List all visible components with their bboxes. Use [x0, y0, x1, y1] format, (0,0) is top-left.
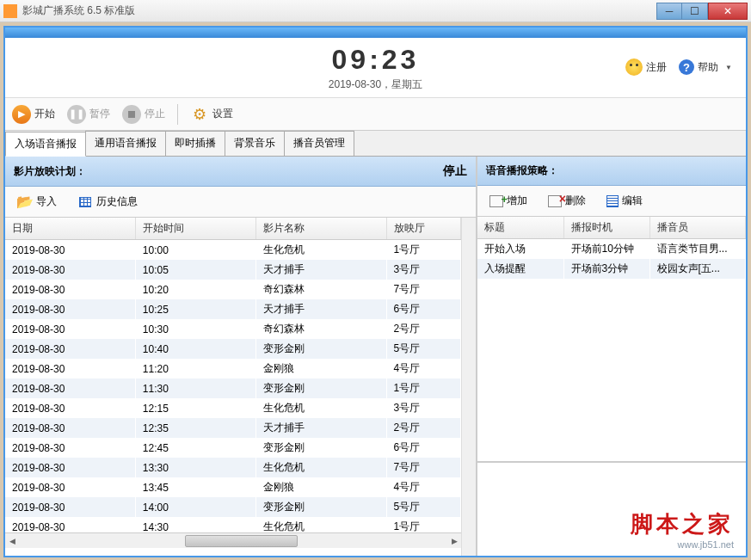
table-cell: 校园女声[五... [649, 259, 746, 279]
table-row[interactable]: 2019-08-3010:00生化危机1号厅 [5, 240, 461, 260]
table-cell: 奇幻森林 [256, 319, 386, 339]
table-cell: 1号厅 [386, 240, 460, 260]
start-button[interactable]: ▶ 开始 [12, 105, 55, 124]
history-button[interactable]: 历史信息 [72, 193, 143, 212]
table-cell: 2号厅 [386, 319, 460, 339]
import-button[interactable]: 📂 导入 [12, 193, 62, 212]
delete-label: 删除 [565, 194, 586, 208]
table-cell: 5号厅 [386, 497, 460, 517]
add-button[interactable]: 增加 [484, 192, 532, 210]
edit-icon [606, 195, 619, 207]
vertical-scrollbar-track[interactable] [461, 218, 476, 556]
column-header[interactable]: 日期 [5, 218, 135, 240]
table-row[interactable]: 2019-08-3012:15生化危机3号厅 [5, 398, 461, 418]
table-row[interactable]: 2019-08-3011:30变形金刚1号厅 [5, 378, 461, 398]
table-cell: 2019-08-30 [5, 339, 135, 359]
table-cell: 生化危机 [256, 398, 386, 418]
edit-button[interactable]: 编辑 [601, 192, 648, 210]
table-cell: 变形金刚 [256, 339, 386, 359]
table-cell: 变形金刚 [256, 378, 386, 398]
table-row[interactable]: 2019-08-3010:25天才捕手6号厅 [5, 299, 461, 319]
schedule-status: 停止 [443, 163, 467, 179]
table-row[interactable]: 入场提醒开场前3分钟校园女声[五... [477, 259, 746, 279]
table-row[interactable]: 2019-08-3011:20金刚狼4号厅 [5, 359, 461, 378]
table-row[interactable]: 2019-08-3013:30生化危机7号厅 [5, 458, 461, 477]
stop-label: 停止 [145, 107, 165, 121]
add-label: 增加 [507, 194, 527, 208]
table-cell: 天才捕手 [256, 418, 386, 438]
maximize-button[interactable]: ☐ [682, 3, 708, 20]
table-cell: 2019-08-30 [5, 299, 135, 319]
table-cell: 2019-08-30 [5, 359, 135, 378]
settings-button[interactable]: ⚙ 设置 [190, 105, 233, 124]
pause-label: 暂停 [89, 107, 110, 121]
table-row[interactable]: 2019-08-3010:30奇幻森林2号厅 [5, 319, 461, 339]
close-button[interactable]: ✕ [708, 3, 748, 20]
table-cell: 2019-08-30 [5, 260, 135, 280]
column-header[interactable]: 影片名称 [256, 218, 386, 240]
table-row[interactable]: 2019-08-3010:40变形金刚5号厅 [5, 339, 461, 359]
table-cell: 2019-08-30 [5, 497, 135, 517]
delete-button[interactable]: 删除 [543, 192, 591, 210]
table-row[interactable]: 2019-08-3014:00变形金刚5号厅 [5, 497, 461, 517]
table-row[interactable]: 2019-08-3010:20奇幻森林7号厅 [5, 280, 461, 299]
tabs: 入场语音播报通用语音播报即时插播背景音乐播音员管理 [5, 131, 746, 157]
clock-time: 09:23 [329, 44, 422, 76]
tab-0[interactable]: 入场语音播报 [5, 132, 86, 157]
column-header[interactable]: 开始时间 [135, 218, 255, 240]
stop-button[interactable]: 停止 [122, 105, 165, 124]
history-label: 历史信息 [96, 194, 138, 209]
table-row[interactable]: 2019-08-3010:05天才捕手3号厅 [5, 260, 461, 280]
table-cell: 2019-08-30 [5, 458, 135, 477]
tab-3[interactable]: 背景音乐 [225, 131, 285, 156]
scroll-thumb[interactable] [185, 535, 297, 547]
column-header[interactable]: 标题 [477, 217, 563, 239]
table-cell: 11:20 [135, 359, 255, 378]
table-cell: 3号厅 [386, 260, 460, 280]
tab-1[interactable]: 通用语音播报 [85, 131, 166, 156]
table-cell: 天才捕手 [256, 260, 386, 280]
table-cell: 2号厅 [386, 418, 460, 438]
scroll-left-arrow[interactable]: ◀ [5, 534, 19, 548]
table-cell: 14:30 [135, 517, 255, 532]
clock-date: 2019-08-30，星期五 [329, 77, 422, 92]
table-row[interactable]: 2019-08-3014:30生化危机1号厅 [5, 517, 461, 532]
tab-2[interactable]: 即时插播 [165, 131, 225, 156]
schedule-toolbar: 📂 导入 历史信息 [5, 187, 476, 218]
column-header[interactable]: 放映厅 [386, 218, 460, 240]
minimize-button[interactable]: ─ [656, 3, 682, 20]
strategy-header: 语音播报策略： [477, 157, 746, 186]
table-cell: 10:25 [135, 299, 255, 319]
table-cell: 变形金刚 [256, 497, 386, 517]
decorative-bar [5, 28, 746, 38]
help-button[interactable]: ? 帮助 ▼ [679, 59, 732, 75]
table-cell: 14:00 [135, 497, 255, 517]
table-cell: 2019-08-30 [5, 418, 135, 438]
pause-button[interactable]: ❚❚ 暂停 [67, 105, 110, 124]
edit-label: 编辑 [622, 194, 643, 208]
help-label: 帮助 [698, 60, 718, 75]
table-row[interactable]: 开始入场开场前10分钟语言类节目男... [477, 239, 746, 260]
table-cell: 2019-08-30 [5, 517, 135, 532]
table-cell: 开始入场 [477, 239, 563, 260]
app-icon [3, 4, 17, 18]
register-button[interactable]: 注册 [625, 58, 667, 76]
table-cell: 天才捕手 [256, 299, 386, 319]
schedule-table-body[interactable]: 2019-08-3010:00生化危机1号厅2019-08-3010:05天才捕… [5, 240, 461, 532]
import-label: 导入 [36, 194, 57, 209]
window-title: 影城广播系统 6.5 标准版 [22, 3, 656, 18]
table-row[interactable]: 2019-08-3012:45变形金刚6号厅 [5, 438, 461, 458]
settings-label: 设置 [212, 107, 233, 121]
tab-4[interactable]: 播音员管理 [284, 131, 354, 156]
strategy-title: 语音播报策略： [486, 163, 558, 178]
table-row[interactable]: 2019-08-3013:45金刚狼4号厅 [5, 477, 461, 497]
column-header[interactable]: 播音员 [649, 217, 746, 239]
strategy-table: 标题播报时机播音员 开始入场开场前10分钟语言类节目男...入场提醒开场前3分钟… [477, 217, 746, 279]
column-header[interactable]: 播报时机 [563, 217, 649, 239]
table-cell: 6号厅 [386, 299, 460, 319]
table-cell: 1号厅 [386, 378, 460, 398]
horizontal-scrollbar[interactable]: ◀ ▶ [5, 532, 461, 548]
table-row[interactable]: 2019-08-3012:35天才捕手2号厅 [5, 418, 461, 438]
table-cell: 7号厅 [386, 280, 460, 299]
scroll-right-arrow[interactable]: ▶ [447, 534, 461, 548]
